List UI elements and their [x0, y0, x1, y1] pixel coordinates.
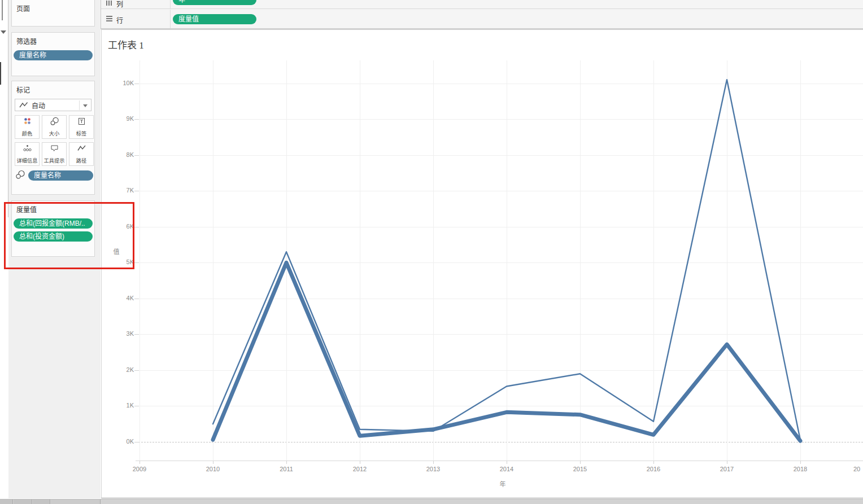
x-tick-label: 2018 — [783, 466, 817, 472]
x-gridline — [433, 60, 434, 461]
x-tick-label: 2009 — [123, 466, 156, 472]
y-gridline — [136, 370, 863, 371]
y-gridline — [136, 299, 863, 299]
y-tick — [134, 191, 139, 191]
x-tick-label: 2015 — [563, 466, 597, 472]
y-tick-label: 8K — [113, 151, 134, 158]
y-tick-label: 5K — [113, 258, 134, 265]
y-tick — [134, 406, 139, 406]
x-gridline — [507, 60, 507, 461]
y-tick-label: 7K — [113, 187, 134, 194]
x-gridline — [580, 60, 581, 461]
y-tick-label: 0K — [113, 438, 134, 445]
y-tick-label: 10K — [113, 80, 134, 86]
line-chart[interactable]: 0K1K2K3K4K5K6K7K8K9K10K20092010201120122… — [0, 0, 863, 498]
x-axis-line — [136, 461, 863, 461]
x-gridline — [800, 60, 801, 461]
y-gridline — [136, 227, 863, 227]
y-tick-label: 6K — [113, 223, 134, 230]
y-tick — [134, 262, 139, 263]
x-gridline — [727, 60, 727, 461]
y-tick-label: 1K — [113, 402, 134, 409]
y-gridline — [136, 155, 863, 156]
x-tick-label: 2011 — [269, 466, 303, 472]
y-tick-label: 3K — [113, 330, 134, 337]
x-axis-title: 年 — [486, 479, 520, 488]
y-gridline — [136, 191, 863, 191]
y-gridline — [136, 84, 863, 84]
x-tick-label-partial: 20 — [853, 466, 860, 472]
scrollbar-segment[interactable] — [33, 499, 50, 504]
y-gridline — [136, 442, 863, 442]
x-gridline — [286, 60, 287, 461]
y-tick — [134, 119, 139, 120]
y-gridline — [136, 119, 863, 120]
y-tick-label: 4K — [113, 295, 134, 301]
y-gridline — [136, 262, 863, 263]
x-tick-label: 2013 — [416, 466, 450, 472]
x-tick-label: 2017 — [710, 466, 744, 472]
x-gridline — [653, 60, 654, 461]
tableau-app: 页面 筛选器 度量名称 标记 自动 颜色大小标签详细信息工具提示路径 — [0, 0, 863, 504]
x-gridline — [140, 60, 140, 461]
y-tick — [134, 155, 139, 156]
scrollbar-segment[interactable] — [14, 499, 32, 504]
x-tick-label: 2014 — [490, 466, 524, 472]
y-tick — [134, 334, 139, 335]
horizontal-scrollbar[interactable] — [0, 499, 863, 504]
y-tick — [134, 299, 139, 299]
y-tick-label: 2K — [113, 366, 134, 373]
x-tick-label: 2016 — [637, 466, 670, 472]
x-gridline — [213, 60, 213, 461]
y-tick — [134, 84, 139, 84]
y-tick — [134, 227, 139, 227]
y-axis-title: 值 — [111, 248, 120, 255]
y-tick — [134, 370, 139, 371]
y-gridline — [136, 406, 863, 406]
scrollbar-segment[interactable] — [51, 499, 101, 504]
x-gridline — [360, 60, 360, 461]
x-tick-label: 2012 — [343, 466, 377, 472]
scrollbar-segment[interactable] — [0, 499, 13, 504]
y-tick-label: 9K — [113, 115, 134, 122]
y-tick — [134, 442, 139, 442]
y-gridline — [136, 334, 863, 335]
x-tick-label: 2010 — [196, 466, 230, 472]
